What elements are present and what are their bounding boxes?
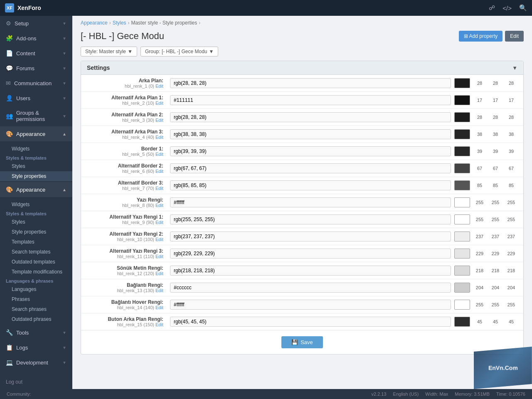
- search-icon[interactable]: 🔍: [519, 4, 527, 12]
- color-swatch-0[interactable]: [454, 78, 470, 88]
- top-bar: XF XenForo ☍ </> 🔍: [0, 0, 532, 16]
- property-input-3[interactable]: [170, 129, 451, 139]
- property-edit-link-0[interactable]: Edit: [155, 84, 163, 89]
- sidebar-item-setup[interactable]: ⚙Setup ▼: [0, 16, 72, 31]
- sidebar-subitem-searchphrases[interactable]: Search phrases: [0, 304, 72, 314]
- property-edit-link-8[interactable]: Edit: [155, 220, 163, 225]
- property-name-11: Sönük Metin Rengi:: [87, 265, 163, 271]
- property-input-9[interactable]: [170, 232, 451, 241]
- rgb-g-6: 85: [489, 183, 502, 188]
- property-edit-link-14[interactable]: Edit: [155, 322, 163, 327]
- property-input-8[interactable]: [170, 214, 451, 224]
- property-edit-link-7[interactable]: Edit: [155, 203, 163, 208]
- rgb-r-0: 28: [473, 81, 486, 86]
- page-header: [- HBL -] Gece Modu ⊞ Add property Edit: [72, 28, 532, 47]
- property-edit-link-1[interactable]: Edit: [155, 101, 163, 106]
- color-swatch-1[interactable]: [454, 95, 470, 105]
- sidebar-item-tools[interactable]: 🔧Tools ▼: [0, 325, 72, 340]
- sidebar-subitem-widgets2[interactable]: Widgets: [0, 200, 72, 209]
- property-edit-link-3[interactable]: Edit: [155, 135, 163, 140]
- color-swatch-8[interactable]: [454, 214, 470, 224]
- sidebar-item-users[interactable]: 👤Users ▼: [0, 91, 72, 106]
- property-input-10[interactable]: [170, 249, 451, 259]
- community-icon[interactable]: ☍: [489, 4, 495, 12]
- rgb-r-13: 255: [473, 302, 486, 307]
- color-swatch-2[interactable]: [454, 112, 470, 122]
- sidebar-item-content[interactable]: 📄Content ▼: [0, 46, 72, 61]
- property-input-2[interactable]: [170, 112, 451, 122]
- style-filter-button[interactable]: Style: Master style ▼: [81, 47, 137, 57]
- property-edit-link-5[interactable]: Edit: [155, 169, 163, 174]
- code-icon[interactable]: </>: [502, 5, 512, 12]
- sidebar-subitem-styles2[interactable]: Styles: [0, 217, 72, 227]
- property-edit-link-4[interactable]: Edit: [155, 152, 163, 157]
- property-input-5[interactable]: [170, 163, 451, 173]
- sidebar-subitem-styles1[interactable]: Styles: [0, 161, 72, 171]
- property-input-14[interactable]: [170, 317, 451, 327]
- sidebar-subitem-languages[interactable]: Languages: [0, 284, 72, 294]
- property-input-1[interactable]: [170, 95, 451, 105]
- rgb-r-6: 85: [473, 183, 486, 188]
- property-edit-link-12[interactable]: Edit: [155, 288, 163, 293]
- collapse-icon[interactable]: ▼: [512, 65, 517, 71]
- color-swatch-3[interactable]: [454, 129, 470, 139]
- property-input-12[interactable]: [170, 283, 451, 293]
- breadcrumb-appearance[interactable]: Appearance: [81, 20, 108, 26]
- sidebar-item-development[interactable]: 💻Development ▼: [0, 355, 72, 370]
- property-edit-link-11[interactable]: Edit: [155, 271, 163, 276]
- logout-link[interactable]: Log out: [0, 375, 72, 389]
- sidebar-subitem-styleprops1[interactable]: Style properties: [0, 171, 72, 181]
- rgb-g-5: 67: [489, 166, 502, 171]
- color-swatch-11[interactable]: [454, 266, 470, 276]
- property-meta-13: hbl_renk_14 (140) Edit: [87, 305, 163, 310]
- property-edit-link-9[interactable]: Edit: [155, 237, 163, 242]
- sidebar-subitem-styleprops2[interactable]: Style properties: [0, 227, 72, 237]
- property-input-4[interactable]: [170, 146, 451, 156]
- property-row: Alternatif Yazı Rengi 3: hbl_renk_11 (11…: [81, 245, 523, 262]
- breadcrumb-styles[interactable]: Styles: [113, 20, 126, 26]
- edit-button[interactable]: Edit: [505, 31, 524, 42]
- sidebar-item-logs[interactable]: 📋Logs ▼: [0, 340, 72, 355]
- color-swatch-7[interactable]: [454, 197, 470, 207]
- property-edit-link-13[interactable]: Edit: [155, 305, 163, 310]
- property-name-13: Bağlantı Hover Rengi:: [87, 299, 163, 305]
- sidebar-subitem-templatemods[interactable]: Template modifications: [0, 267, 72, 277]
- sidebar-item-appearance1[interactable]: 🎨Appearance ▲: [0, 126, 72, 141]
- color-swatch-6[interactable]: [454, 180, 470, 190]
- property-input-13[interactable]: [170, 300, 451, 310]
- color-swatch-9[interactable]: [454, 232, 470, 241]
- property-input-6[interactable]: [170, 180, 451, 190]
- property-input-7[interactable]: [170, 197, 451, 207]
- sidebar-item-communication[interactable]: ✉Communication ▼: [0, 76, 72, 91]
- rgb-r-2: 28: [473, 115, 486, 120]
- sidebar-sublabel-stylestemplate1: Styles & templates: [0, 154, 72, 161]
- property-edit-link-6[interactable]: Edit: [155, 186, 163, 191]
- property-edit-link-10[interactable]: Edit: [155, 254, 163, 259]
- add-property-button[interactable]: ⊞ Add property: [459, 31, 502, 42]
- sidebar-item-groups[interactable]: 👥Groups & permissions ▼: [0, 106, 72, 126]
- group-filter-button[interactable]: Group: [- HBL -] Gece Modu ▼: [140, 47, 219, 57]
- property-value-col-11: 218 218 218: [170, 266, 517, 276]
- color-swatch-4[interactable]: [454, 146, 470, 156]
- sidebar-subitem-outdatedtemplates[interactable]: Outdated templates: [0, 257, 72, 267]
- sidebar-item-addons[interactable]: 🧩Add-ons ▼: [0, 31, 72, 46]
- property-input-11[interactable]: [170, 266, 451, 276]
- sidebar-item-appearance2[interactable]: 🎨Appearance ▲: [0, 182, 72, 197]
- sidebar-item-forums[interactable]: 💬Forums ▼: [0, 61, 72, 76]
- color-swatch-12[interactable]: [454, 283, 470, 293]
- rgb-b-0: 28: [505, 81, 517, 86]
- color-swatch-14[interactable]: [454, 317, 470, 327]
- sidebar-subitem-outdatedphrases[interactable]: Outdated phrases: [0, 314, 72, 324]
- save-button[interactable]: 💾 Save: [281, 336, 323, 348]
- sidebar-subitem-searchtemplates[interactable]: Search templates: [0, 247, 72, 257]
- property-edit-link-2[interactable]: Edit: [155, 118, 163, 123]
- sidebar-subitem-widgets1[interactable]: Widgets: [0, 144, 72, 154]
- color-swatch-10[interactable]: [454, 249, 470, 259]
- sidebar-subitem-phrases[interactable]: Phrases: [0, 294, 72, 304]
- sidebar-subitem-templates[interactable]: Templates: [0, 237, 72, 247]
- property-input-0[interactable]: [170, 78, 451, 88]
- color-swatch-5[interactable]: [454, 163, 470, 173]
- property-value-col-3: 38 38 38: [170, 129, 517, 139]
- color-swatch-13[interactable]: [454, 300, 470, 310]
- rgb-r-10: 229: [473, 251, 486, 256]
